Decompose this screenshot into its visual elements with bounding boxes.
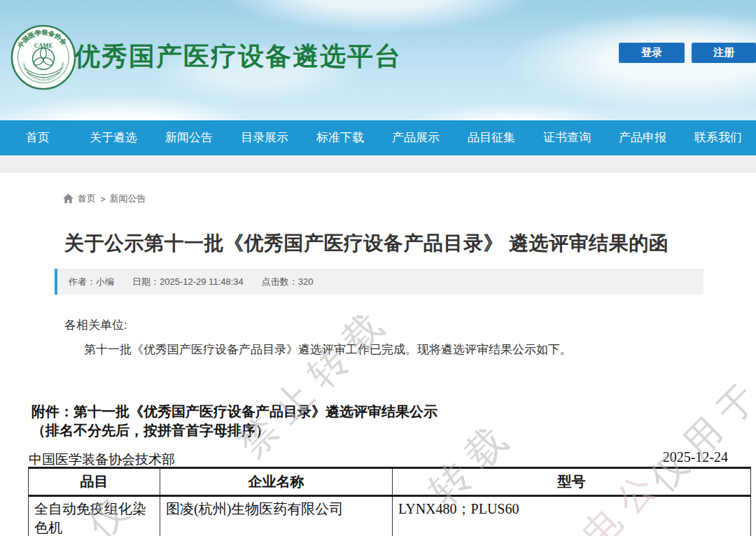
register-button[interactable]: 注册 (692, 43, 756, 63)
attachment-note: （排名不分先后，按拼音首字母排序） (31, 421, 270, 440)
meta-author: 作者：小编 (69, 276, 114, 288)
nav-item-about-selection[interactable]: 关于遴选 (76, 120, 151, 155)
came-logo-icon[interactable]: 中国医学装备协会 CHINA ASSOCIATION OF MEDICAL EQ… (10, 24, 77, 91)
cell-item: 全自动免疫组化染色机 (29, 496, 160, 536)
nav-item-home[interactable]: 首页 (0, 120, 76, 155)
meta-clicks: 点击数：320 (262, 276, 314, 288)
breadcrumb-current[interactable]: 新闻公告 (110, 192, 146, 205)
article-salutation: 各相关单位: (64, 317, 127, 333)
nav-item-product-declare[interactable]: 产品申报 (605, 120, 680, 155)
breadcrumb-home[interactable]: 首页 (78, 192, 96, 205)
main-nav: 首页 关于遴选 新闻公告 目录展示 标准下载 产品展示 品目征集 证书查询 产品… (0, 120, 756, 155)
login-button[interactable]: 登录 (619, 43, 685, 63)
meta-date: 日期：2025-12-29 11:48:34 (132, 276, 244, 288)
breadcrumb: 首页 > 新闻公告 (63, 192, 146, 205)
nav-item-standards-download[interactable]: 标准下载 (302, 120, 378, 155)
home-icon (63, 194, 74, 204)
nav-item-contact[interactable]: 联系我们 (680, 120, 756, 155)
site-header: 中国医学装备协会 CHINA ASSOCIATION OF MEDICAL EQ… (0, 0, 756, 120)
nav-item-products[interactable]: 产品展示 (378, 120, 454, 155)
content-card: 首页 > 新闻公告 关于公示第十一批《优秀国产医疗设备产品目录》 遴选评审结果的… (6, 173, 756, 536)
breadcrumb-separator: > (100, 194, 106, 204)
article-title: 关于公示第十一批《优秀国产医疗设备产品目录》 遴选评审结果的函 (64, 230, 722, 257)
table-row: 全自动免疫组化染色机 图凌(杭州)生物医药有限公司 LYNX480；PLUS60 (29, 496, 751, 536)
col-header-item: 品目 (29, 468, 160, 496)
table-header-row: 品目 企业名称 型号 (29, 468, 751, 496)
nav-item-item-collection[interactable]: 品目征集 (454, 120, 529, 155)
site-title: 优秀国产医疗设备遴选平台 (74, 39, 402, 74)
results-table: 品目 企业名称 型号 全自动免疫组化染色机 图凌(杭州)生物医药有限公司 LYN… (28, 467, 751, 536)
col-header-model: 型号 (393, 468, 751, 496)
nav-item-certificate-query[interactable]: 证书查询 (529, 120, 605, 155)
nav-item-news[interactable]: 新闻公告 (151, 120, 227, 155)
article-paragraph: 第十一批《优秀国产医疗设备产品目录》遴选评审工作已完成。现将遴选评审结果公示如下… (64, 341, 680, 358)
cell-model: LYNX480；PLUS60 (393, 496, 751, 536)
attachment-title: 附件：第十一批《优秀国产医疗设备产品目录》遴选评审结果公示 (31, 402, 438, 421)
watermark-text: 禁止转载 (227, 294, 402, 469)
cell-company: 图凌(杭州)生物医药有限公司 (160, 496, 393, 536)
page-background-band (0, 155, 756, 173)
attachment-date: 2025-12-24 (663, 449, 728, 465)
article-meta-bar: 作者：小编 日期：2025-12-29 11:48:34 点击数：320 (55, 269, 704, 295)
nav-item-catalog[interactable]: 目录展示 (227, 120, 302, 155)
col-header-company: 企业名称 (160, 468, 393, 496)
